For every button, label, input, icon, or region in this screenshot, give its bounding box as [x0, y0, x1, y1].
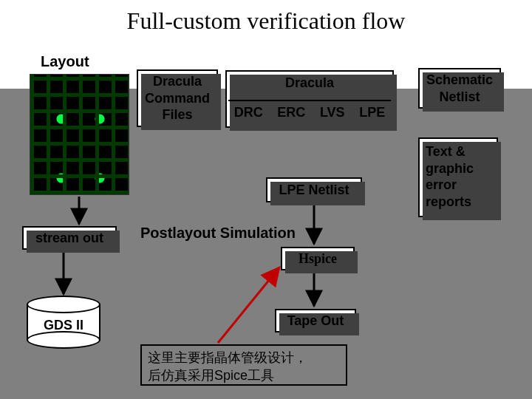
dracula-command-files-box: Dracula Command Files: [137, 69, 218, 127]
page-title: Full-custom verification flow: [0, 0, 532, 41]
gdsii-cylinder: GDS II: [27, 296, 100, 349]
lpe-netlist-box: LPE Netlist: [266, 177, 362, 202]
check-erc: ERC: [277, 104, 305, 121]
annotation-line-2: 后仿真采用Spice工具: [148, 366, 340, 384]
dracula-divider: [228, 100, 391, 101]
tape-out-box: Tape Out: [275, 309, 356, 332]
dracula-checks-row: DRC ERC LVS LPE: [227, 104, 392, 121]
schematic-netlist-box: Schematic Netlist: [418, 68, 501, 109]
check-drc: DRC: [234, 104, 263, 121]
check-lvs: LVS: [320, 104, 345, 121]
dracula-box: Dracula DRC ERC LVS LPE: [225, 70, 394, 128]
error-reports-box: Text & graphic error reports: [418, 137, 498, 217]
annotation-box: 这里主要指晶体管级设计， 后仿真采用Spice工具: [140, 344, 347, 386]
hspice-box: Hspice: [281, 247, 355, 270]
stream-out-box: stream out: [22, 226, 117, 250]
postlayout-simulation-label: Postlayout Simulation: [140, 225, 296, 242]
check-lpe: LPE: [359, 104, 385, 121]
layout-label: Layout: [41, 53, 89, 70]
annotation-line-1: 这里主要指晶体管级设计，: [148, 349, 340, 366]
gdsii-label: GDS II: [27, 318, 100, 333]
dracula-box-title: Dracula: [228, 75, 391, 92]
layout-chip-image: [30, 74, 129, 195]
